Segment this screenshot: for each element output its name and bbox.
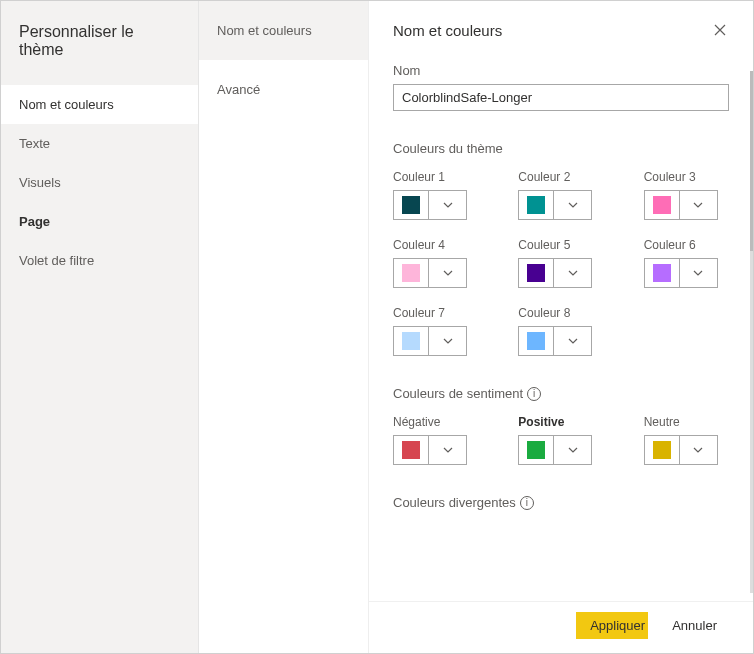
apply-button[interactable]: Appliquer bbox=[576, 612, 648, 639]
color-swatch bbox=[402, 264, 420, 282]
theme-customize-dialog: Personnaliser le thème Nom et couleursTe… bbox=[0, 0, 754, 654]
close-button[interactable] bbox=[711, 21, 729, 39]
sentiment-color-cell-1: Positive bbox=[518, 415, 603, 465]
theme-color-picker-7[interactable] bbox=[518, 326, 592, 356]
chevron-down-icon bbox=[443, 336, 453, 346]
sidebar-subitem-0[interactable]: Nom et couleurs bbox=[199, 1, 368, 60]
theme-color-label-6: Couleur 7 bbox=[393, 306, 478, 320]
sidebar-item-2[interactable]: Visuels bbox=[1, 163, 198, 202]
dialog-title: Personnaliser le thème bbox=[1, 1, 198, 85]
color-swatch bbox=[527, 196, 545, 214]
color-swatch bbox=[527, 264, 545, 282]
chevron-down-icon bbox=[693, 445, 703, 455]
dropdown-toggle[interactable] bbox=[553, 327, 591, 355]
sidebar-categories: Personnaliser le thème Nom et couleursTe… bbox=[1, 1, 199, 653]
sentiment-color-grid: NégativePositiveNeutre bbox=[393, 415, 729, 465]
sidebar-item-0[interactable]: Nom et couleurs bbox=[1, 85, 198, 124]
sidebar-item-4[interactable]: Volet de filtre bbox=[1, 241, 198, 280]
theme-color-cell-3: Couleur 4 bbox=[393, 238, 478, 288]
theme-color-cell-4: Couleur 5 bbox=[518, 238, 603, 288]
dropdown-toggle[interactable] bbox=[428, 327, 466, 355]
theme-color-cell-7: Couleur 8 bbox=[518, 306, 603, 356]
sentiment-color-label-1: Positive bbox=[518, 415, 603, 429]
dropdown-toggle[interactable] bbox=[553, 436, 591, 464]
sentiment-colors-label: Couleurs de sentiment i bbox=[393, 386, 729, 401]
dropdown-toggle[interactable] bbox=[428, 191, 466, 219]
sentiment-color-picker-2[interactable] bbox=[644, 435, 718, 465]
dropdown-toggle[interactable] bbox=[428, 436, 466, 464]
theme-colors-label: Couleurs du thème bbox=[393, 141, 729, 156]
color-swatch bbox=[527, 332, 545, 350]
theme-color-label-3: Couleur 4 bbox=[393, 238, 478, 252]
close-icon bbox=[714, 24, 726, 36]
color-swatch bbox=[653, 196, 671, 214]
theme-color-label-0: Couleur 1 bbox=[393, 170, 478, 184]
panel-title: Nom et couleurs bbox=[393, 22, 502, 39]
theme-color-grid: Couleur 1Couleur 2Couleur 3Couleur 4Coul… bbox=[393, 170, 729, 356]
dialog-footer: Appliquer Annuler bbox=[369, 601, 753, 653]
sentiment-color-label-0: Négative bbox=[393, 415, 478, 429]
theme-color-picker-2[interactable] bbox=[644, 190, 718, 220]
sidebar-subcategories: Nom et couleursAvancé bbox=[199, 1, 369, 653]
color-swatch bbox=[402, 441, 420, 459]
sentiment-color-picker-1[interactable] bbox=[518, 435, 592, 465]
chevron-down-icon bbox=[568, 268, 578, 278]
scrollbar-track[interactable] bbox=[750, 71, 753, 593]
theme-color-cell-6: Couleur 7 bbox=[393, 306, 478, 356]
theme-color-picker-3[interactable] bbox=[393, 258, 467, 288]
color-swatch bbox=[653, 441, 671, 459]
chevron-down-icon bbox=[693, 200, 703, 210]
dropdown-toggle[interactable] bbox=[428, 259, 466, 287]
theme-color-picker-1[interactable] bbox=[518, 190, 592, 220]
theme-color-cell-0: Couleur 1 bbox=[393, 170, 478, 220]
sentiment-color-label-2: Neutre bbox=[644, 415, 729, 429]
chevron-down-icon bbox=[568, 445, 578, 455]
chevron-down-icon bbox=[443, 268, 453, 278]
chevron-down-icon bbox=[693, 268, 703, 278]
sidebar-item-1[interactable]: Texte bbox=[1, 124, 198, 163]
dropdown-toggle[interactable] bbox=[553, 191, 591, 219]
sidebar-subitem-1[interactable]: Avancé bbox=[199, 60, 368, 119]
color-swatch bbox=[653, 264, 671, 282]
name-label: Nom bbox=[393, 63, 729, 78]
chevron-down-icon bbox=[443, 445, 453, 455]
theme-color-label-5: Couleur 6 bbox=[644, 238, 729, 252]
scrollbar-thumb[interactable] bbox=[750, 71, 753, 251]
sentiment-color-cell-0: Négative bbox=[393, 415, 478, 465]
theme-color-cell-2: Couleur 3 bbox=[644, 170, 729, 220]
name-input[interactable] bbox=[393, 84, 729, 111]
chevron-down-icon bbox=[568, 200, 578, 210]
main-panel: Nom et couleurs Nom Couleurs du thème Co… bbox=[369, 1, 753, 653]
theme-color-picker-5[interactable] bbox=[644, 258, 718, 288]
dropdown-toggle[interactable] bbox=[679, 436, 717, 464]
info-icon[interactable]: i bbox=[520, 496, 534, 510]
color-swatch bbox=[527, 441, 545, 459]
divergent-colors-label: Couleurs divergentes i bbox=[393, 495, 729, 510]
theme-color-picker-4[interactable] bbox=[518, 258, 592, 288]
theme-color-cell-1: Couleur 2 bbox=[518, 170, 603, 220]
color-swatch bbox=[402, 196, 420, 214]
info-icon[interactable]: i bbox=[527, 387, 541, 401]
chevron-down-icon bbox=[568, 336, 578, 346]
sentiment-color-cell-2: Neutre bbox=[644, 415, 729, 465]
theme-color-picker-6[interactable] bbox=[393, 326, 467, 356]
dropdown-toggle[interactable] bbox=[553, 259, 591, 287]
color-swatch bbox=[402, 332, 420, 350]
theme-color-label-1: Couleur 2 bbox=[518, 170, 603, 184]
dropdown-toggle[interactable] bbox=[679, 259, 717, 287]
dropdown-toggle[interactable] bbox=[679, 191, 717, 219]
chevron-down-icon bbox=[443, 200, 453, 210]
theme-color-label-7: Couleur 8 bbox=[518, 306, 603, 320]
theme-color-label-2: Couleur 3 bbox=[644, 170, 729, 184]
theme-color-label-4: Couleur 5 bbox=[518, 238, 603, 252]
cancel-button[interactable]: Annuler bbox=[658, 612, 731, 639]
theme-color-cell-5: Couleur 6 bbox=[644, 238, 729, 288]
theme-color-picker-0[interactable] bbox=[393, 190, 467, 220]
sidebar-item-3[interactable]: Page bbox=[1, 202, 198, 241]
main-header: Nom et couleurs bbox=[369, 1, 753, 49]
sentiment-color-picker-0[interactable] bbox=[393, 435, 467, 465]
main-scroll-area[interactable]: Nom Couleurs du thème Couleur 1Couleur 2… bbox=[369, 49, 753, 601]
